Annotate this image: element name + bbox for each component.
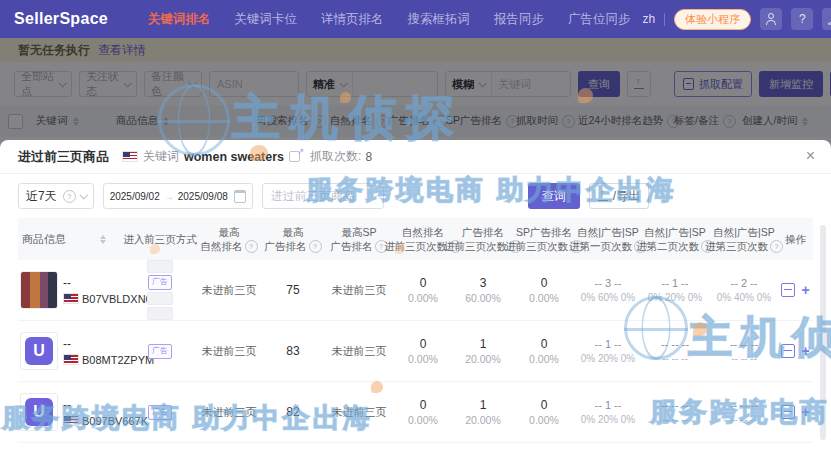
product-cell: U -- B097BV667K (18, 393, 122, 431)
header-page2-count: 自然|广告|SP进第二页次数 (640, 225, 710, 253)
fullscreen-icon (827, 13, 831, 25)
date-range-picker[interactable]: 2025/09/02 2025/09/08 (103, 183, 253, 209)
header-page3-count: 自然|广告|SP进第三页次数 (710, 225, 778, 253)
header-max-sp: 最高SP广告排名 (326, 225, 392, 253)
page2-pct: -- -- -- (662, 352, 688, 366)
add-icon[interactable] (801, 405, 809, 419)
add-icon[interactable] (801, 283, 809, 297)
chart-icon[interactable] (781, 283, 795, 297)
natural-pct: 0.00% (408, 352, 438, 366)
modal-table-header: 商品信息 进入前三页方式 最高自然排名 最高广告排名 最高SP广告排名 自然排名… (18, 218, 813, 260)
nav-keyword-ranking[interactable]: 关键词排名 (148, 11, 211, 28)
help-button[interactable] (791, 8, 813, 30)
ad-count: 3 (480, 275, 487, 291)
modal-search-input[interactable] (262, 183, 384, 209)
header-entry-way: 进入前三页方式 (122, 232, 198, 246)
page1-pct: 0% 20% 0% (581, 352, 635, 366)
modal-filter-bar: 近7天 2025/09/02 2025/09/08 查询 /导出 (0, 174, 831, 218)
ad-count: 1 (480, 397, 487, 413)
product-cell: U -- B08MT2ZPYM (18, 332, 122, 370)
natural-pct: 0.00% (408, 291, 438, 305)
chart-icon[interactable] (781, 405, 795, 419)
page2-pct: 0% 20% 0% (648, 291, 702, 305)
external-link-icon[interactable] (289, 151, 300, 162)
modal-title: 进过前三页商品 (18, 148, 109, 166)
entry-way-cell: 广告 (122, 405, 198, 420)
header-product-info: 商品信息 (18, 232, 122, 247)
product-image: U (20, 393, 58, 431)
page3-count: -- 2 -- (731, 275, 758, 291)
sp-pct: 0.00% (529, 413, 559, 427)
top3-products-modal: 进过前三页商品 关键词 women sweaters 抓取次数: 8 近7天 2… (0, 140, 831, 450)
sort-icon[interactable] (100, 235, 106, 244)
skeleton-chip (147, 260, 173, 273)
page3-count: -- -- -- (730, 336, 758, 352)
max-natural-rank: 未进前三页 (202, 405, 257, 420)
divider (664, 13, 665, 26)
add-icon[interactable] (801, 344, 809, 358)
ad-pct: 20.00% (465, 413, 501, 427)
brand-logo: U (25, 398, 53, 426)
max-ad-rank: 75 (286, 283, 299, 297)
nav-keyword-slot[interactable]: 关键词卡位 (235, 11, 298, 28)
nav-ad-slot-sync[interactable]: 广告位同步 (568, 11, 631, 28)
navbar-right: zh 体验小程序 (643, 8, 831, 30)
arrow-right-icon (164, 191, 174, 202)
max-ad-rank: 82 (286, 405, 299, 419)
nav-detail-page-ranking[interactable]: 详情页排名 (321, 11, 384, 28)
date-end: 2025/09/08 (178, 191, 228, 202)
header-max-ad: 最高广告排名 (260, 225, 326, 253)
ad-pct: 20.00% (465, 352, 501, 366)
max-sp-rank: 未进前三页 (332, 283, 387, 298)
header-ad-count: 广告排名进前三页次数 (454, 225, 512, 253)
max-ad-rank: 83 (286, 344, 299, 358)
user-icon (765, 13, 777, 25)
brand-logo: U (25, 337, 53, 365)
nav-report-sync[interactable]: 报告同步 (494, 11, 544, 28)
us-flag-icon (63, 415, 79, 426)
mini-program-button[interactable]: 体验小程序 (674, 9, 751, 30)
max-sp-rank: 未进前三页 (332, 405, 387, 420)
header-page1-count: 自然|广告|SP进第一页次数 (576, 225, 640, 253)
keyword-value: women sweaters (184, 150, 284, 164)
max-natural-rank: 未进前三页 (202, 344, 257, 359)
table-row: U -- B08MT2ZPYM 广告 未进前三页 83 未进前三页 00.00%… (18, 321, 813, 382)
entry-way-cell: 广告 (122, 260, 198, 320)
modal-query-button[interactable]: 查询 (528, 183, 580, 209)
page3-pct: 0% 40% 0% (717, 291, 771, 305)
max-natural-rank: 未进前三页 (202, 283, 257, 298)
page3-pct: -- -- -- (731, 413, 757, 427)
page1-count: -- 1 -- (595, 336, 622, 352)
info-icon (63, 190, 76, 203)
table-row: U -- B097BV667K 广告 未进前三页 82 未进前三页 00.00%… (18, 382, 813, 443)
skeleton-chip (147, 292, 173, 305)
chart-icon[interactable] (781, 344, 795, 358)
natural-count: 0 (420, 275, 427, 291)
nav-search-box-words[interactable]: 搜索框拓词 (408, 11, 471, 28)
app-window: SellerSpace 关键词排名 关键词卡位 详情页排名 搜索框拓词 报告同步… (0, 0, 831, 450)
natural-pct: 0.00% (408, 413, 438, 427)
us-flag-icon (63, 354, 79, 365)
table-row: -- B07VBLDXN6 广告 未进前三页 75 未进前三页 00.00% 3… (18, 260, 813, 321)
user-button[interactable] (760, 8, 782, 30)
modal-close-button[interactable] (806, 148, 815, 164)
product-cell: -- B07VBLDXN6 (18, 271, 122, 309)
page1-count: -- 1 -- (595, 397, 622, 413)
natural-count: 0 (420, 397, 427, 413)
date-range-select[interactable]: 近7天 (18, 183, 94, 209)
crawl-count-value: 8 (365, 150, 372, 164)
entry-way-badge: 广告 (148, 275, 172, 290)
info-icon (245, 240, 258, 253)
max-sp-rank: 未进前三页 (332, 344, 387, 359)
entry-way-cell: 广告 (122, 344, 198, 359)
product-image (20, 271, 58, 309)
language-switch[interactable]: zh (643, 12, 656, 26)
page1-pct: 0% 20% 0% (581, 413, 635, 427)
product-image: U (20, 332, 58, 370)
export-icon (598, 191, 608, 201)
fullscreen-button[interactable] (822, 8, 831, 30)
export-button[interactable]: /导出 (589, 183, 649, 209)
natural-count: 0 (420, 336, 427, 352)
page2-count: -- -- -- (661, 336, 689, 352)
vertical-scrollbar[interactable] (820, 225, 826, 440)
